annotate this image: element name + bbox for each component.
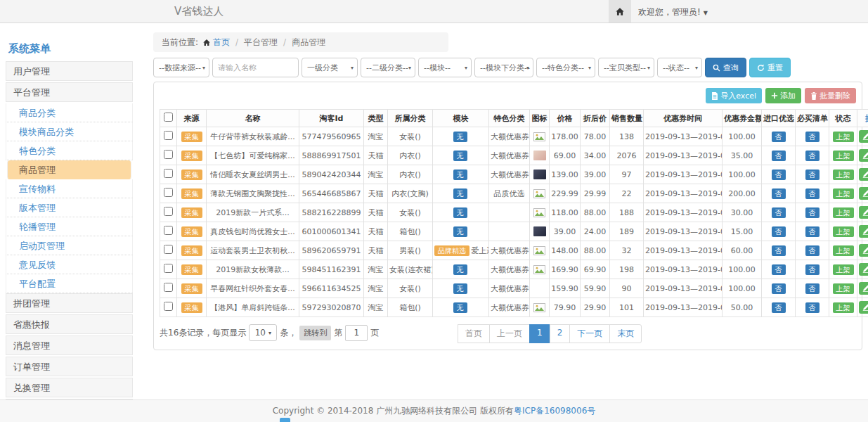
edit-button[interactable]: [859, 282, 868, 295]
sidebar-item[interactable]: 用户管理: [6, 61, 133, 81]
imported-badge[interactable]: 否: [772, 283, 786, 294]
sidebar-item[interactable]: 启动页管理: [6, 236, 133, 255]
imported-badge[interactable]: 否: [772, 302, 786, 313]
edit-button[interactable]: [859, 301, 868, 314]
top-bar: V省钱达人 欢迎您，管理员!▼: [0, 0, 868, 23]
imported-badge[interactable]: 否: [772, 245, 786, 256]
home-button[interactable]: [609, 0, 631, 23]
row-checkbox[interactable]: [164, 302, 173, 311]
must-buy-badge[interactable]: 否: [805, 264, 820, 275]
imported-badge[interactable]: 否: [772, 132, 786, 142]
imported-badge[interactable]: 否: [772, 151, 786, 161]
special-category-select[interactable]: --特色分类--▾: [536, 58, 595, 77]
status-badge[interactable]: 上架: [833, 207, 854, 218]
status-badge[interactable]: 上架: [833, 132, 854, 142]
sidebar-item[interactable]: 宣传物料: [6, 179, 133, 198]
sidebar-item[interactable]: 商品管理: [7, 160, 131, 179]
import-excel-button[interactable]: 导入excel: [706, 88, 762, 103]
row-checkbox[interactable]: [164, 283, 173, 292]
search-button[interactable]: 查询: [705, 58, 746, 77]
row-checkbox[interactable]: [164, 207, 173, 216]
page-button[interactable]: 1: [529, 324, 550, 343]
must-buy-badge[interactable]: 否: [805, 245, 820, 256]
item-type-select[interactable]: --宝贝类型--▾: [598, 58, 654, 77]
page-button[interactable]: 上一页: [489, 324, 530, 343]
sidebar-item[interactable]: 轮播管理: [6, 217, 133, 236]
module-sub-select[interactable]: --模块下分类--▾: [474, 58, 533, 77]
row-checkbox[interactable]: [164, 264, 173, 273]
status-badge[interactable]: 上架: [833, 188, 854, 199]
must-buy-badge[interactable]: 否: [805, 283, 820, 294]
taoke-id: 601000601341: [299, 222, 364, 241]
coupon-amount: 15.00: [723, 222, 762, 241]
special-category: 大额优惠券: [489, 165, 530, 184]
page-button[interactable]: 末页: [609, 324, 642, 343]
imported-badge[interactable]: 否: [772, 170, 786, 180]
module-select[interactable]: --模块--▾: [418, 58, 472, 77]
sidebar-item[interactable]: 消息管理: [6, 335, 133, 355]
edit-button[interactable]: [859, 263, 868, 276]
row-checkbox[interactable]: [164, 131, 173, 140]
sidebar-item[interactable]: 省惠快报: [6, 314, 133, 334]
page-button[interactable]: 2: [550, 324, 571, 343]
must-buy-badge[interactable]: 否: [805, 132, 820, 142]
edit-button[interactable]: [859, 187, 868, 200]
must-buy-badge[interactable]: 否: [805, 170, 820, 180]
row-checkbox[interactable]: [164, 188, 173, 197]
select-all-checkbox[interactable]: [164, 113, 173, 122]
must-buy-badge[interactable]: 否: [805, 151, 820, 161]
edit-button[interactable]: [859, 244, 868, 257]
status-badge[interactable]: 上架: [833, 151, 854, 161]
status-badge[interactable]: 上架: [833, 283, 854, 294]
sidebar-item[interactable]: 商品分类: [6, 103, 133, 122]
page-button[interactable]: 下一页: [569, 324, 610, 343]
must-buy-badge[interactable]: 否: [805, 226, 820, 237]
page-button[interactable]: 首页: [458, 324, 490, 343]
add-button[interactable]: 添加: [765, 88, 801, 103]
per-page-select[interactable]: 10▾: [249, 324, 277, 341]
jump-page-input[interactable]: [345, 325, 368, 341]
must-buy-badge[interactable]: 否: [805, 188, 820, 199]
breadcrumb-home-link[interactable]: 首页: [213, 37, 230, 49]
sidebar-item[interactable]: 兑换管理: [6, 378, 133, 397]
edit-button[interactable]: [859, 149, 868, 162]
reset-button[interactable]: 重置: [749, 58, 791, 77]
edit-button[interactable]: [859, 206, 868, 219]
sidebar-item[interactable]: 平台配置: [6, 274, 133, 293]
edit-button[interactable]: [859, 168, 868, 181]
imported-badge[interactable]: 否: [772, 207, 786, 218]
jump-button[interactable]: 跳转到: [299, 326, 331, 340]
product-name: 情侣睡衣女夏丝绸男士...: [207, 165, 299, 184]
status-badge[interactable]: 上架: [833, 170, 854, 180]
sidebar-item[interactable]: 特色分类: [6, 141, 133, 160]
imported-badge[interactable]: 否: [772, 264, 786, 275]
name-search-input[interactable]: [212, 58, 299, 77]
sidebar-item[interactable]: 版本管理: [6, 198, 133, 217]
data-source-select[interactable]: --数据来源--▾: [153, 58, 209, 77]
edit-button[interactable]: [859, 225, 868, 238]
sidebar-item[interactable]: 模块商品分类: [6, 122, 133, 141]
category2-select[interactable]: --二级分类--▾: [361, 58, 415, 77]
status-badge[interactable]: 上架: [833, 226, 854, 237]
category1-select[interactable]: 一级分类▾: [302, 58, 358, 77]
batch-delete-button[interactable]: 批量删除: [805, 88, 856, 103]
sidebar-item[interactable]: 意见反馈: [6, 255, 133, 274]
edit-button[interactable]: [859, 130, 868, 143]
imported-badge[interactable]: 否: [772, 188, 786, 199]
user-menu[interactable]: 欢迎您，管理员!▼: [638, 6, 708, 18]
row-checkbox[interactable]: [164, 169, 173, 178]
row-checkbox[interactable]: [164, 150, 173, 159]
sidebar-item[interactable]: 平台管理: [6, 82, 133, 102]
status-badge[interactable]: 上架: [833, 264, 854, 275]
row-checkbox[interactable]: [164, 226, 173, 235]
row-checkbox[interactable]: [164, 245, 173, 254]
imported-badge[interactable]: 否: [772, 226, 786, 237]
status-select[interactable]: --状态--▾: [657, 58, 702, 77]
sidebar-item[interactable]: 订单管理: [6, 357, 133, 376]
must-buy-badge[interactable]: 否: [805, 302, 820, 313]
sidebar-item[interactable]: 拼团管理: [6, 293, 133, 313]
status-badge[interactable]: 上架: [833, 245, 854, 256]
must-buy-badge[interactable]: 否: [805, 207, 820, 218]
icp-link[interactable]: 粤ICP备16098006号: [514, 405, 595, 417]
status-badge[interactable]: 上架: [833, 302, 854, 313]
